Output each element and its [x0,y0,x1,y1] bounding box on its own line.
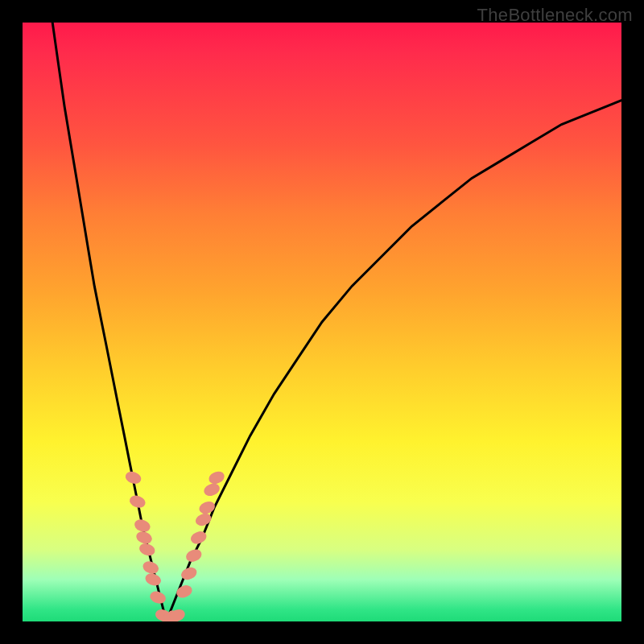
chart-svg [23,23,621,621]
left-branch-curve [52,23,166,621]
data-point-marker [194,511,213,527]
right-branch-path [167,101,621,621]
data-point-marker [202,481,221,497]
data-point-marker [128,493,147,510]
data-point-marker [175,584,194,600]
data-point-marker [197,499,217,515]
data-point-marker [207,469,226,485]
right-branch-curve [167,101,621,621]
watermark-text: TheBottleneck.com [477,5,633,26]
data-point-marker [134,530,154,546]
left-branch-path [52,23,166,621]
data-point-marker [148,589,167,605]
chart-frame: TheBottleneck.com [0,0,644,644]
plot-area [23,23,621,621]
data-point-marker [143,572,163,588]
data-point-marker [124,469,143,485]
data-point-marker [133,518,152,534]
data-point-marker [141,559,160,576]
data-point-marker [184,547,204,564]
data-point-marker [138,542,157,558]
